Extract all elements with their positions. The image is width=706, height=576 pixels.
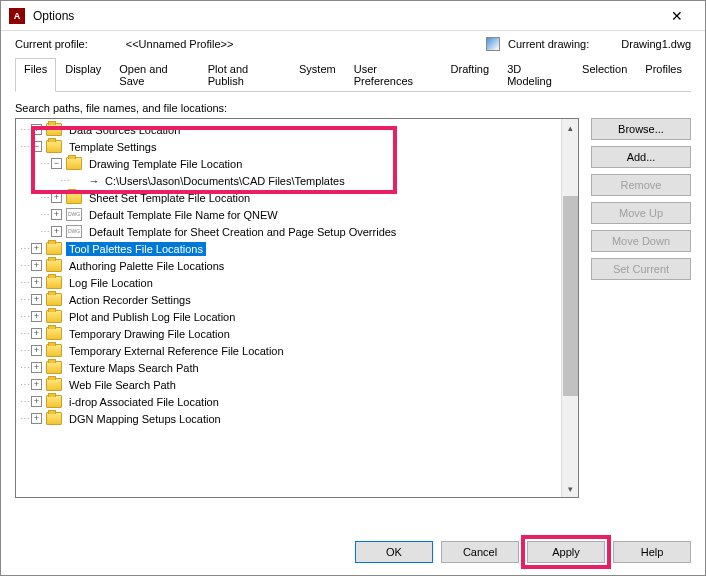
tree-label[interactable]: Log File Location: [66, 276, 156, 290]
expand-icon[interactable]: +: [31, 362, 42, 373]
expand-icon[interactable]: +: [31, 413, 42, 424]
expand-icon[interactable]: +: [31, 277, 42, 288]
tree-label[interactable]: Drawing Template File Location: [86, 157, 245, 171]
expand-icon[interactable]: +: [31, 345, 42, 356]
apply-button[interactable]: Apply: [527, 541, 605, 563]
tab-display[interactable]: Display: [56, 58, 110, 92]
app-icon: A: [9, 8, 25, 24]
tree-label[interactable]: i-drop Associated File Location: [66, 395, 222, 409]
drawing-value: Drawing1.dwg: [621, 38, 691, 50]
tab-plot-and-publish[interactable]: Plot and Publish: [199, 58, 290, 92]
profile-value: <<Unnamed Profile>>: [126, 38, 234, 50]
expand-icon[interactable]: +: [51, 226, 62, 237]
bottom-bar: OK Cancel Apply Help: [355, 541, 691, 563]
search-label: Search paths, file names, and file locat…: [15, 102, 691, 114]
tree-item[interactable]: ⋯+Tool Palettes File Locations: [16, 240, 578, 257]
tree-item[interactable]: ⋯−Drawing Template File Location: [16, 155, 578, 172]
tab-system[interactable]: System: [290, 58, 345, 92]
tab-profiles[interactable]: Profiles: [636, 58, 691, 92]
tab-drafting[interactable]: Drafting: [442, 58, 499, 92]
tree-label[interactable]: DGN Mapping Setups Location: [66, 412, 224, 426]
tree-item[interactable]: ⋯+Texture Maps Search Path: [16, 359, 578, 376]
tree-item[interactable]: ⋯+Plot and Publish Log File Location: [16, 308, 578, 325]
profile-label: Current profile:: [15, 38, 88, 50]
tree-label[interactable]: Action Recorder Settings: [66, 293, 194, 307]
browse-button[interactable]: Browse...: [591, 118, 691, 140]
collapse-icon[interactable]: −: [51, 158, 62, 169]
tree-item[interactable]: ⋯+Data Sources Location: [16, 121, 578, 138]
tree-label[interactable]: Temporary External Reference File Locati…: [66, 344, 287, 358]
tree-item[interactable]: ⋯+Temporary External Reference File Loca…: [16, 342, 578, 359]
expand-icon[interactable]: +: [31, 328, 42, 339]
move-upbutton: Move Up: [591, 202, 691, 224]
folder-icon: [46, 344, 62, 357]
tree-label[interactable]: Web File Search Path: [66, 378, 179, 392]
expand-icon[interactable]: +: [31, 124, 42, 135]
scroll-down-icon[interactable]: ▾: [562, 480, 578, 497]
tree-label[interactable]: Temporary Drawing File Location: [66, 327, 233, 341]
tree-item[interactable]: ⋯+Temporary Drawing File Location: [16, 325, 578, 342]
tree[interactable]: ⋯+Data Sources Location⋯−Template Settin…: [16, 119, 578, 497]
scrollbar[interactable]: ▴ ▾: [561, 119, 578, 497]
tree-label[interactable]: Data Sources Location: [66, 123, 183, 137]
window-title: Options: [33, 9, 657, 23]
tree-label[interactable]: Sheet Set Template File Location: [86, 191, 253, 205]
expand-icon[interactable]: +: [31, 396, 42, 407]
folder-icon: [46, 378, 62, 391]
document-icon: [66, 208, 82, 221]
expand-icon[interactable]: +: [31, 379, 42, 390]
tree-item[interactable]: ⋯+Default Template for Sheet Creation an…: [16, 223, 578, 240]
tree-item[interactable]: ⋯→C:\Users\Jason\Documents\CAD Files\Tem…: [16, 172, 578, 189]
scroll-up-icon[interactable]: ▴: [562, 119, 578, 136]
folder-icon: [66, 157, 82, 170]
arrow-icon: →: [86, 174, 102, 187]
tree-container: ⋯+Data Sources Location⋯−Template Settin…: [15, 118, 579, 498]
folder-icon: [66, 191, 82, 204]
tree-item[interactable]: ⋯+Action Recorder Settings: [16, 291, 578, 308]
tree-label[interactable]: Plot and Publish Log File Location: [66, 310, 238, 324]
folder-icon: [46, 242, 62, 255]
tree-label[interactable]: Texture Maps Search Path: [66, 361, 202, 375]
tree-label[interactable]: Default Template File Name for QNEW: [86, 208, 281, 222]
tree-label[interactable]: Default Template for Sheet Creation and …: [86, 225, 399, 239]
help-button[interactable]: Help: [613, 541, 691, 563]
tree-label[interactable]: Authoring Palette File Locations: [66, 259, 227, 273]
removebutton: Remove: [591, 174, 691, 196]
tab-selection[interactable]: Selection: [573, 58, 636, 92]
folder-icon: [46, 327, 62, 340]
tree-item[interactable]: ⋯−Template Settings: [16, 138, 578, 155]
close-icon[interactable]: ✕: [657, 8, 697, 24]
tree-label[interactable]: Template Settings: [66, 140, 159, 154]
folder-icon: [46, 395, 62, 408]
folder-icon: [46, 412, 62, 425]
tree-item[interactable]: ⋯+Default Template File Name for QNEW: [16, 206, 578, 223]
expand-icon[interactable]: +: [51, 209, 62, 220]
tree-item[interactable]: ⋯+Sheet Set Template File Location: [16, 189, 578, 206]
cancel-button[interactable]: Cancel: [441, 541, 519, 563]
tree-item[interactable]: ⋯+Log File Location: [16, 274, 578, 291]
tab-3d-modeling[interactable]: 3D Modeling: [498, 58, 573, 92]
tree-label[interactable]: C:\Users\Jason\Documents\CAD Files\Templ…: [102, 174, 348, 188]
side-buttons: Browse...Add...RemoveMove UpMove DownSet…: [591, 118, 691, 498]
expand-icon[interactable]: +: [31, 243, 42, 254]
scrollbar-thumb[interactable]: [563, 196, 578, 396]
tree-item[interactable]: ⋯+i-drop Associated File Location: [16, 393, 578, 410]
tab-user-preferences[interactable]: User Preferences: [345, 58, 442, 92]
add-button[interactable]: Add...: [591, 146, 691, 168]
expand-icon[interactable]: +: [51, 192, 62, 203]
tab-files[interactable]: Files: [15, 58, 56, 92]
expand-icon[interactable]: +: [31, 260, 42, 271]
dwg-icon: [486, 37, 500, 51]
tree-label[interactable]: Tool Palettes File Locations: [66, 242, 206, 256]
move-downbutton: Move Down: [591, 230, 691, 252]
collapse-icon[interactable]: −: [31, 141, 42, 152]
expand-icon[interactable]: +: [31, 294, 42, 305]
folder-icon: [46, 361, 62, 374]
expand-icon[interactable]: +: [31, 311, 42, 322]
tab-open-and-save[interactable]: Open and Save: [110, 58, 198, 92]
tree-item[interactable]: ⋯+Authoring Palette File Locations: [16, 257, 578, 274]
ok-button[interactable]: OK: [355, 541, 433, 563]
tree-item[interactable]: ⋯+Web File Search Path: [16, 376, 578, 393]
tree-item[interactable]: ⋯+DGN Mapping Setups Location: [16, 410, 578, 427]
folder-icon: [46, 140, 62, 153]
